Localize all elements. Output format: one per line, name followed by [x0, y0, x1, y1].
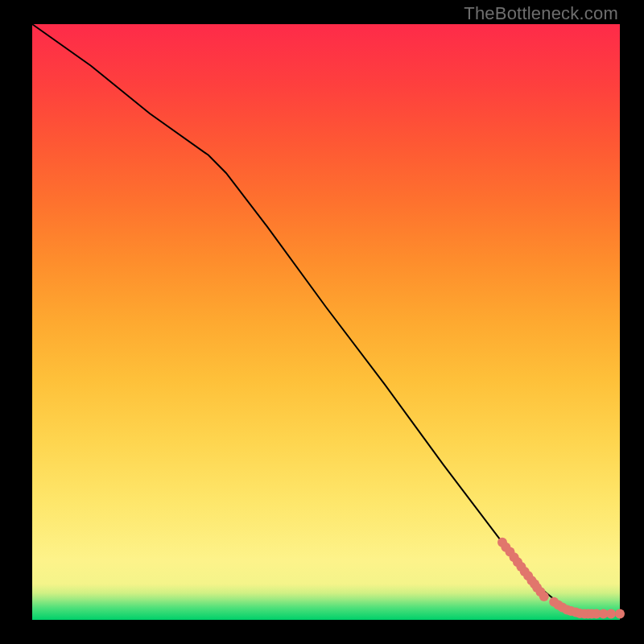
series-curve — [32, 24, 620, 614]
data-point — [615, 609, 625, 619]
chart-overlay — [32, 24, 620, 620]
watermark-text: TheBottleneck.com — [464, 3, 618, 24]
chart-frame: TheBottleneck.com — [0, 0, 644, 644]
data-point — [606, 609, 616, 619]
plot-area — [32, 24, 620, 620]
data-point — [539, 592, 549, 601]
scatter-points — [497, 538, 625, 619]
